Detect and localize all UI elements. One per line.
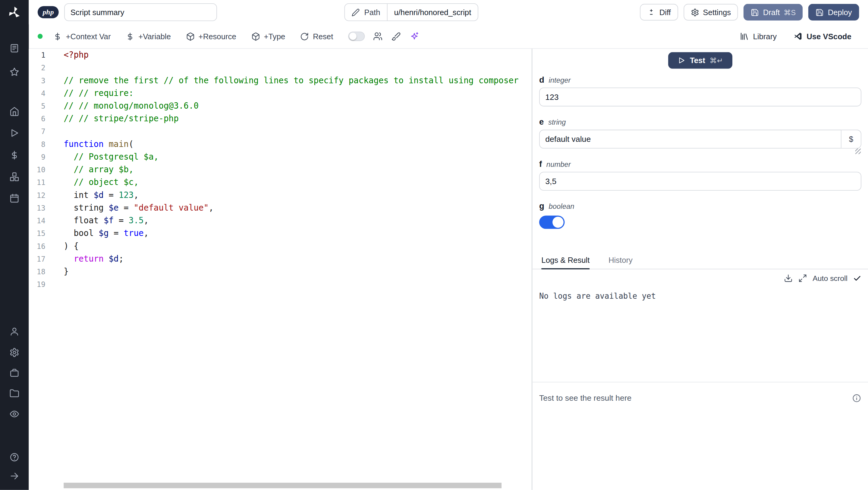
code-line[interactable]: 16) { [29, 240, 532, 253]
code-line[interactable]: 13 string $e = "default value", [29, 202, 532, 214]
code-line[interactable]: 18} [29, 265, 532, 278]
sidebar-item-resources[interactable] [0, 172, 29, 182]
line-number: 19 [29, 278, 45, 291]
use-vscode-button[interactable]: Use VScode [793, 32, 851, 41]
input-d[interactable] [540, 88, 861, 106]
input-wrapper [539, 87, 861, 106]
package-icon [186, 32, 194, 41]
test-button[interactable]: Test ⌘↵ [668, 52, 732, 69]
script-summary-input[interactable] [64, 3, 217, 21]
dollar-icon [53, 32, 62, 41]
result-info-button[interactable] [852, 394, 861, 403]
code-line[interactable]: 14 float $f = 3.5, [29, 214, 532, 227]
users-icon [373, 32, 382, 41]
code-text: // array $b, [45, 164, 134, 176]
sidebar-item-workers[interactable] [0, 368, 29, 378]
vscode-icon [793, 32, 803, 41]
boxes-icon [9, 172, 19, 182]
sidebar-item-notebook[interactable] [0, 43, 29, 53]
sidebar-item-help[interactable] [0, 452, 29, 462]
code-line[interactable]: 10 // array $b, [29, 164, 532, 176]
resize-grip[interactable] [855, 148, 861, 154]
settings-button[interactable]: Settings [684, 4, 738, 21]
path-label: Path [364, 8, 380, 17]
library-label: Library [753, 32, 777, 41]
paintbrush-icon [391, 32, 401, 41]
library-button[interactable]: Library [740, 32, 777, 41]
sidebar-item-home[interactable] [0, 107, 29, 116]
expand-logs-button[interactable] [798, 273, 807, 282]
save-icon [751, 8, 759, 17]
code-line[interactable]: 9 // Postgresql $a, [29, 151, 532, 164]
add-context-var-button[interactable]: +Context Var [53, 32, 111, 41]
path-edit[interactable]: Path [345, 4, 387, 21]
result-tabs: Logs & Result History [532, 252, 868, 269]
format-button[interactable] [391, 32, 401, 41]
line-number: 11 [29, 176, 45, 189]
code-text: ) { [45, 240, 79, 253]
ai-assistant-button[interactable] [410, 32, 419, 41]
line-number: 12 [29, 189, 45, 202]
auto-scroll-checkbox[interactable] [853, 274, 861, 282]
diff-button[interactable]: Diff [640, 4, 678, 21]
code-line[interactable]: 1<?php [29, 49, 532, 62]
code-line[interactable]: 19 [29, 278, 532, 291]
tab-history[interactable]: History [609, 252, 632, 269]
line-number: 3 [29, 74, 45, 87]
reset-button[interactable]: Reset [300, 32, 333, 41]
toggle-g[interactable] [539, 215, 564, 229]
sidebar-item-audit[interactable] [0, 409, 29, 419]
code-editor[interactable]: 1<?php23// remove the first // of the fo… [29, 49, 532, 490]
code-line[interactable]: 12 int $d = 123, [29, 189, 532, 202]
code-line[interactable]: 7 [29, 125, 532, 138]
download-logs-button[interactable] [784, 273, 793, 282]
add-resource-button[interactable]: +Resource [186, 32, 236, 41]
download-icon [784, 273, 793, 282]
field-type: boolean [549, 202, 575, 211]
add-type-label: +Type [264, 32, 285, 41]
code-line[interactable]: 17 return $d; [29, 253, 532, 265]
sidebar-logo[interactable] [0, 5, 29, 20]
multiplayer-button[interactable] [373, 32, 382, 41]
field-e: estring$ [539, 117, 861, 148]
code-line[interactable]: 11 // object $c, [29, 176, 532, 189]
path-value[interactable]: u/henri/honored_script [387, 4, 478, 21]
code-line[interactable]: 3// remove the first // of the following… [29, 74, 532, 87]
eye-icon [9, 409, 19, 419]
code-text: // object $c, [45, 176, 138, 189]
schema-form: dintegerestring$fnumbergboolean [532, 69, 868, 229]
deploy-button[interactable]: Deploy [808, 4, 859, 21]
diff-mode-toggle[interactable] [348, 32, 365, 41]
code-line[interactable]: 2 [29, 62, 532, 74]
sidebar-expand-button[interactable] [0, 471, 29, 481]
package-icon [251, 32, 260, 41]
sidebar-item-favorites[interactable] [0, 67, 29, 77]
code-line[interactable]: 5// // monolog/monolog@3.6.0 [29, 100, 532, 113]
sidebar-item-variables[interactable] [0, 150, 29, 160]
star-icon [9, 67, 19, 77]
insert-variable-button[interactable]: $ [841, 131, 861, 148]
code-line[interactable]: 4// // require: [29, 87, 532, 99]
sidebar-item-account[interactable] [0, 326, 29, 337]
input-e[interactable] [540, 131, 841, 148]
sidebar-item-runs[interactable] [0, 128, 29, 138]
code-line[interactable]: 8function main( [29, 138, 532, 150]
add-variable-label: +Variable [138, 32, 170, 41]
horizontal-scrollbar[interactable] [64, 483, 501, 488]
add-type-button[interactable]: +Type [251, 32, 285, 41]
arrow-right-icon [9, 471, 19, 481]
draft-button[interactable]: Draft ⌘S [744, 4, 803, 21]
sidebar-item-schedules[interactable] [0, 194, 29, 203]
input-f[interactable] [540, 172, 861, 190]
add-variable-button[interactable]: +Variable [126, 32, 171, 41]
tab-logs-result[interactable]: Logs & Result [541, 252, 590, 269]
diff-icon [647, 8, 655, 17]
sidebar-item-settings[interactable] [0, 348, 29, 357]
test-label: Test [690, 56, 705, 65]
notebook-icon [9, 43, 19, 53]
code-line[interactable]: 15 bool $g = true, [29, 227, 532, 240]
add-context-var-label: +Context Var [66, 32, 111, 41]
code-text: } [45, 265, 69, 278]
code-line[interactable]: 6// // stripe/stripe-php [29, 113, 532, 125]
sidebar-item-folders[interactable] [0, 388, 29, 399]
